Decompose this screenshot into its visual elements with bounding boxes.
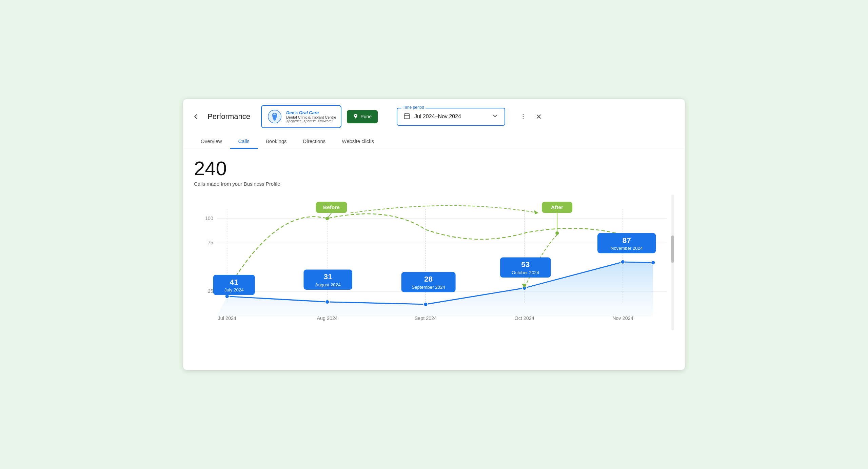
svg-text:November 2024: November 2024	[611, 246, 643, 251]
svg-text:41: 41	[230, 278, 238, 286]
svg-text:August 2024: August 2024	[315, 282, 341, 287]
svg-point-6	[523, 116, 524, 117]
location-label: Pune	[360, 114, 372, 119]
business-name: Dev's Oral Care	[286, 110, 336, 115]
location-icon	[353, 114, 358, 120]
tabs-bar: Overview Calls Bookings Directions Websi…	[183, 134, 685, 149]
svg-point-23	[423, 302, 428, 306]
business-type: Dental Clinic & Implant Centre	[286, 115, 336, 119]
svg-point-34	[555, 231, 559, 234]
tab-overview[interactable]: Overview	[193, 134, 230, 149]
svg-text:Before: Before	[323, 204, 340, 210]
header-actions	[517, 111, 545, 122]
location-button[interactable]: Pune	[347, 110, 378, 123]
more-options-button[interactable]	[517, 111, 529, 122]
time-period-selector[interactable]: Time period Jul 2024–Nov 2024	[397, 108, 505, 126]
chart-container: 100 75 25	[194, 195, 674, 330]
svg-point-7	[523, 118, 524, 119]
svg-text:100: 100	[205, 215, 213, 221]
svg-text:25: 25	[208, 288, 213, 294]
svg-text:Jul 2024: Jul 2024	[218, 315, 236, 321]
svg-point-22	[325, 300, 329, 304]
business-info: Dev's Oral Care Dental Clinic & Implant …	[286, 110, 336, 123]
svg-point-26	[651, 260, 655, 264]
tab-website-clicks[interactable]: Website clicks	[334, 134, 382, 149]
page-title: Performance	[208, 112, 250, 121]
svg-text:Sept 2024: Sept 2024	[415, 315, 437, 321]
svg-text:28: 28	[424, 275, 433, 283]
time-period-value: Jul 2024–Nov 2024	[414, 114, 488, 120]
calendar-icon	[403, 113, 410, 121]
svg-point-5	[523, 114, 524, 115]
svg-text:53: 53	[521, 260, 530, 269]
svg-marker-35	[534, 210, 538, 214]
svg-text:Aug 2024: Aug 2024	[317, 315, 337, 321]
svg-text:Oct 2024: Oct 2024	[515, 315, 534, 321]
tab-directions[interactable]: Directions	[295, 134, 334, 149]
business-card[interactable]: Dev's Oral Care Dental Clinic & Implant …	[261, 105, 341, 128]
svg-text:31: 31	[324, 272, 332, 281]
business-logo	[267, 108, 283, 125]
business-tagline: Xperience..Xpertise..Xtra-care!	[286, 119, 336, 123]
svg-rect-1	[405, 114, 410, 119]
main-content: 240 Calls made from your Business Profil…	[183, 149, 685, 337]
svg-text:87: 87	[623, 236, 631, 244]
close-button[interactable]	[533, 111, 545, 122]
svg-text:July 2024: July 2024	[224, 287, 244, 292]
svg-text:After: After	[551, 204, 563, 210]
svg-text:September 2024: September 2024	[412, 284, 445, 289]
svg-point-25	[621, 260, 625, 264]
main-window: Performance Dev's Oral Care Dental Clini…	[183, 99, 685, 370]
back-button[interactable]	[189, 111, 202, 122]
svg-text:Nov 2024: Nov 2024	[612, 315, 633, 321]
scrollbar-thumb[interactable]	[671, 236, 674, 263]
svg-point-30	[326, 217, 329, 220]
tab-calls[interactable]: Calls	[230, 134, 258, 149]
calls-chart: 100 75 25	[194, 195, 674, 330]
svg-text:October 2024: October 2024	[512, 270, 539, 275]
scrollbar[interactable]	[671, 195, 674, 330]
tab-bookings[interactable]: Bookings	[258, 134, 295, 149]
calls-total: 240	[194, 159, 674, 178]
calls-description: Calls made from your Business Profile	[194, 181, 674, 187]
dropdown-arrow-icon	[492, 113, 498, 121]
svg-text:75: 75	[208, 240, 213, 245]
time-period-label: Time period	[401, 105, 426, 110]
header: Performance Dev's Oral Care Dental Clini…	[183, 99, 685, 128]
